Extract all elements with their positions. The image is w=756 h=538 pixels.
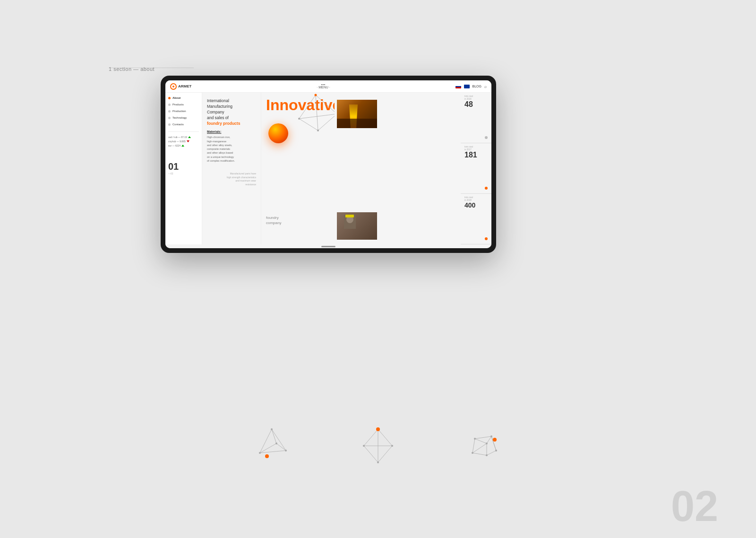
svg-point-17 <box>285 450 287 451</box>
nav-dot-icon <box>168 97 171 99</box>
tablet-sidebar: About Products Production Technology Con… <box>165 93 202 244</box>
page-number: 01 <box>168 161 199 172</box>
svg-point-9 <box>317 130 319 131</box>
blog-link[interactable]: BLOG <box>472 85 481 88</box>
svg-point-44 <box>495 450 497 451</box>
ticker-usd: usd / rub — 67.19 <box>168 136 199 139</box>
sidebar-item-label: Contacts <box>172 123 184 126</box>
logo: ARMET <box>170 83 191 90</box>
tablet-device: ARMET · MENU · BLOG ⌕ About <box>161 76 496 253</box>
sidebar-item-label: Products <box>172 103 184 106</box>
tablet-main: InternationalManufacturingCompanyand sal… <box>202 93 491 244</box>
sidebar-item-production[interactable]: Production <box>168 110 199 113</box>
sidebar-item-products[interactable]: Products <box>168 103 199 106</box>
home-indicator <box>165 244 491 248</box>
materials-text: High-chromium iron,high-manganeseand oth… <box>207 135 256 163</box>
svg-line-25 <box>364 446 378 462</box>
page-counter-section: 01 —02 <box>168 161 199 175</box>
logo-icon <box>170 83 177 90</box>
svg-point-16 <box>271 428 273 430</box>
stat-dot-icon <box>485 237 488 240</box>
foundry-products-text: foundry products <box>207 121 240 126</box>
stat-label: tons castin 2017 <box>464 146 488 151</box>
arrow-up-icon <box>188 136 191 138</box>
nav-dot-icon <box>168 123 171 126</box>
arrow-up-icon <box>181 145 184 147</box>
stat-box-2018: tons castin 2018 400 <box>461 194 491 244</box>
main-heading: InternationalManufacturingCompanyand sal… <box>207 98 256 126</box>
sidebar-item-label: Technology <box>172 116 187 119</box>
svg-point-41 <box>474 438 476 440</box>
wireframe-cube <box>465 429 503 462</box>
svg-line-5 <box>299 119 318 130</box>
svg-point-18 <box>259 452 261 454</box>
stat-box-2016: tons castin 2016 48 <box>461 93 491 143</box>
svg-line-31 <box>475 436 491 439</box>
sidebar-item-technology[interactable]: Technology <box>168 116 199 119</box>
content-center: Innovative. <box>261 93 335 244</box>
svg-line-21 <box>378 429 392 446</box>
wireframe-diamond <box>361 427 395 465</box>
orange-sphere <box>268 123 288 143</box>
svg-point-20 <box>265 454 269 458</box>
flag-russia-icon[interactable] <box>455 85 461 88</box>
molten-metal-image <box>337 100 377 128</box>
svg-line-37 <box>487 451 496 455</box>
svg-line-4 <box>318 114 335 130</box>
svg-line-39 <box>472 443 487 453</box>
svg-line-33 <box>475 439 487 443</box>
svg-line-10 <box>272 429 286 451</box>
page-sub: —02 <box>168 172 199 175</box>
svg-point-47 <box>493 438 497 442</box>
home-bar <box>321 246 335 247</box>
svg-point-46 <box>486 454 488 456</box>
stat-label: tons castin 2016 <box>464 95 488 101</box>
svg-line-0 <box>316 95 335 114</box>
search-icon[interactable]: ⌕ <box>484 84 487 89</box>
svg-point-42 <box>490 435 492 437</box>
flag-uk-icon[interactable] <box>464 85 470 88</box>
arrow-down-icon <box>187 140 189 142</box>
section-label: 1 section — about <box>109 66 155 72</box>
stat-number-400: 400 <box>464 202 488 208</box>
svg-point-27 <box>376 427 380 431</box>
sidebar-item-contacts[interactable]: Contacts <box>168 123 199 126</box>
sidebar-item-about[interactable]: About <box>168 96 199 99</box>
tablet-header: ARMET · MENU · BLOG ⌕ <box>165 80 491 93</box>
sidebar-item-label: About <box>172 96 180 99</box>
svg-line-35 <box>487 436 491 443</box>
content-left: InternationalManufacturingCompanyand sal… <box>202 93 261 244</box>
menu-button[interactable]: · MENU · <box>317 84 330 89</box>
svg-line-12 <box>260 451 286 453</box>
ticker-cny: cny/rub — 9.885 <box>168 140 199 143</box>
svg-line-24 <box>378 446 392 462</box>
logo-text: ARMET <box>178 84 191 88</box>
nav-dot-icon <box>168 117 171 119</box>
stat-dot-icon <box>485 136 488 139</box>
stat-box-2017: tons castin 2017 181 <box>461 143 491 194</box>
stat-dot-icon <box>485 187 488 190</box>
header-right: BLOG ⌕ <box>455 84 487 89</box>
svg-point-45 <box>486 443 488 444</box>
stat-number-48: 48 <box>464 101 488 108</box>
svg-point-43 <box>472 452 473 454</box>
worker-image <box>337 212 377 240</box>
wireframe-shape-main <box>290 93 335 135</box>
wireframe-triangle <box>253 427 291 465</box>
foundry-company-label: foundrycompany <box>266 215 281 226</box>
content-right: tons castin 2016 48 tons castin 2017 181… <box>335 93 491 244</box>
svg-point-6 <box>315 94 317 96</box>
svg-line-32 <box>472 439 475 453</box>
sidebar-item-label: Production <box>172 110 186 113</box>
nav-dot-icon <box>168 110 171 113</box>
ticker-eur: eur — 6224 <box>168 144 199 147</box>
tablet-body: About Products Production Technology Con… <box>165 93 491 244</box>
svg-point-28 <box>391 445 393 447</box>
ticker-section: usd / rub — 67.19 cny/rub — 9.885 eur — … <box>168 131 199 147</box>
svg-line-13 <box>272 429 276 443</box>
svg-line-22 <box>364 429 378 446</box>
bottom-wireframes <box>253 427 503 465</box>
svg-line-36 <box>472 453 487 455</box>
svg-point-29 <box>363 445 365 447</box>
nav-dot-icon <box>168 104 171 106</box>
